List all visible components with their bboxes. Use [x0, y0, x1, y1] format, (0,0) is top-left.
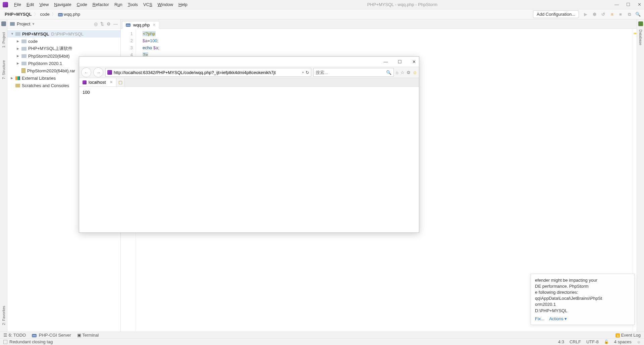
php-file-icon: php	[58, 13, 63, 16]
project-tool-icon[interactable]	[1, 21, 6, 26]
menu-refactor[interactable]: Refactor	[90, 2, 112, 7]
toolbar: PHP+MYSQL 〉 code 〉 phpwqq.php Add Config…	[0, 9, 644, 19]
structure-icon[interactable]: ⌗	[609, 12, 614, 17]
indent-setting[interactable]: 4 spaces	[614, 339, 632, 344]
menu-bar: File Edit View Navigate Code Refactor Ru…	[0, 0, 644, 9]
tree-item-code[interactable]: ▶code	[7, 38, 120, 45]
browser-tab-strip: localhost ✕ ▢	[79, 78, 419, 87]
tree-item-label: PhpStorm2020(64bit)	[28, 54, 70, 59]
readonly-lock-icon[interactable]: 🔓	[604, 340, 609, 344]
cursor-position[interactable]: 4:3	[558, 339, 564, 344]
menu-file[interactable]: File	[11, 2, 24, 7]
phpcgi-toolwindow[interactable]: php PHP-CGI Server	[32, 333, 71, 338]
tree-item-software[interactable]: ▶PHP+MYSQL上课软件	[7, 45, 120, 52]
left-tab-favorites[interactable]: 2: Favorites	[2, 306, 6, 325]
breadcrumb: PHP+MYSQL 〉 code 〉 phpwqq.php	[3, 11, 82, 17]
folder-icon	[21, 54, 26, 58]
todo-toolwindow[interactable]: ☰ 6: TODO	[3, 333, 26, 338]
home-icon[interactable]: ⌂	[396, 70, 398, 75]
menu-view[interactable]: View	[37, 2, 51, 7]
expand-arrow-icon[interactable]: ▼	[11, 32, 15, 36]
tools-icon[interactable]: ⚙	[407, 70, 411, 75]
menu-run[interactable]: Run	[112, 2, 125, 7]
inspections-icon[interactable]: ☺	[637, 340, 641, 344]
fix-link[interactable]: Fix...	[535, 316, 544, 322]
left-tab-structure[interactable]: 7: Structure	[2, 60, 6, 79]
maximize-button[interactable]: ☐	[626, 2, 630, 7]
reload-icon[interactable]: ↻	[306, 70, 309, 75]
address-dropdown-icon[interactable]: ▾	[302, 71, 304, 74]
menu-vcs[interactable]: VCS	[141, 2, 155, 7]
expand-icon[interactable]: ⇅	[100, 21, 104, 26]
page-output: 100	[83, 90, 90, 95]
browser-tab-localhost[interactable]: localhost ✕	[79, 78, 116, 86]
browser-minimize-button[interactable]: —	[383, 59, 389, 64]
close-tab-icon[interactable]: ✕	[153, 23, 156, 27]
browser-titlebar[interactable]: — ☐ ✕	[79, 57, 419, 67]
browser-close-button[interactable]: ✕	[411, 59, 417, 64]
url-input[interactable]	[114, 70, 301, 75]
status-message: Redundant closing tag	[9, 339, 53, 344]
terminal-toolwindow[interactable]: ▣ Terminal	[77, 333, 99, 338]
coverage-icon[interactable]: ↺	[600, 12, 606, 17]
browser-maximize-button[interactable]: ☐	[397, 59, 403, 64]
feedback-icon[interactable]: ☺	[413, 70, 417, 75]
browser-search-bar[interactable]: 🔍	[313, 68, 394, 77]
menu-code[interactable]: Code	[74, 2, 90, 7]
settings-icon[interactable]: ⚙	[107, 21, 111, 26]
line-separator[interactable]: CRLF	[570, 339, 581, 344]
tool-window-bar: ☰ 6: TODO php PHP-CGI Server ▣ Terminal …	[0, 332, 644, 338]
tree-root-name: PHP+MYSQL	[22, 31, 49, 37]
close-tab-icon[interactable]: ✕	[110, 80, 113, 84]
status-bar: Redundant closing tag 4:3 CRLF UTF-8 🔓 4…	[0, 338, 644, 345]
folder-icon	[21, 62, 26, 65]
event-badge-icon: 1	[615, 333, 620, 338]
right-tab-database[interactable]: Database	[639, 29, 643, 45]
add-configuration-button[interactable]: Add Configuration...	[533, 10, 579, 18]
php-file-icon: php	[126, 23, 130, 27]
search-icon[interactable]: 🔍	[635, 12, 641, 17]
address-bar[interactable]: ▾ ↻	[105, 68, 311, 77]
status-hint-icon[interactable]	[3, 340, 7, 344]
menu-navigate[interactable]: Navigate	[51, 2, 74, 7]
file-encoding[interactable]: UTF-8	[586, 339, 599, 344]
tree-root-path: D:\PHP+MYSQL	[51, 31, 84, 37]
tree-item-label: code	[28, 39, 38, 44]
php-icon: php	[32, 334, 37, 337]
notification-text: orm2020.1	[535, 301, 630, 307]
debug-icon[interactable]: ⬢	[592, 12, 597, 17]
breadcrumb-file[interactable]: phpwqq.php	[57, 12, 82, 17]
forward-button[interactable]: →	[93, 67, 103, 77]
warning-marker-icon[interactable]	[634, 33, 636, 34]
hide-icon[interactable]: —	[113, 21, 118, 26]
close-button[interactable]: ✕	[638, 2, 641, 7]
locate-icon[interactable]: ◎	[94, 21, 98, 26]
browser-search-input[interactable]	[316, 70, 386, 75]
project-panel-header: Project ▼ ◎ ⇅ ⚙ —	[7, 19, 120, 29]
breadcrumb-sep: 〉	[51, 11, 57, 17]
tree-item-label: PhpStorm2020(64bit).rar	[27, 68, 75, 73]
menu-window[interactable]: Window	[155, 2, 176, 7]
layout-icon[interactable]: ⧉	[627, 12, 632, 17]
minimize-button[interactable]: —	[614, 2, 619, 7]
folder-icon	[21, 40, 26, 43]
stop-icon[interactable]: ■	[618, 12, 623, 17]
database-tool-icon[interactable]	[638, 21, 643, 26]
eventlog-toolwindow[interactable]: 1Event Log	[615, 333, 641, 338]
favorites-icon[interactable]: ☆	[400, 70, 405, 75]
project-panel-title[interactable]: Project	[17, 21, 30, 26]
chevron-down-icon[interactable]: ▼	[32, 22, 35, 26]
breadcrumb-root[interactable]: PHP+MYSQL	[3, 12, 33, 17]
menu-help[interactable]: Help	[176, 2, 190, 7]
run-icon[interactable]: ▶	[583, 12, 588, 17]
menu-tools[interactable]: Tools	[125, 2, 141, 7]
tree-root[interactable]: ▼ PHP+MYSQL D:\PHP+MYSQL	[7, 30, 120, 38]
actions-link[interactable]: Actions ▾	[549, 316, 567, 322]
editor-tab-wqq[interactable]: php wqq.php ✕	[122, 21, 159, 29]
menu-edit[interactable]: Edit	[24, 2, 37, 7]
new-tab-button[interactable]: ▢	[116, 78, 124, 86]
search-icon[interactable]: 🔍	[386, 70, 391, 75]
back-button[interactable]: ←	[81, 67, 91, 77]
left-tab-project[interactable]: 1: Project	[2, 32, 6, 48]
breadcrumb-folder[interactable]: code	[39, 12, 51, 17]
